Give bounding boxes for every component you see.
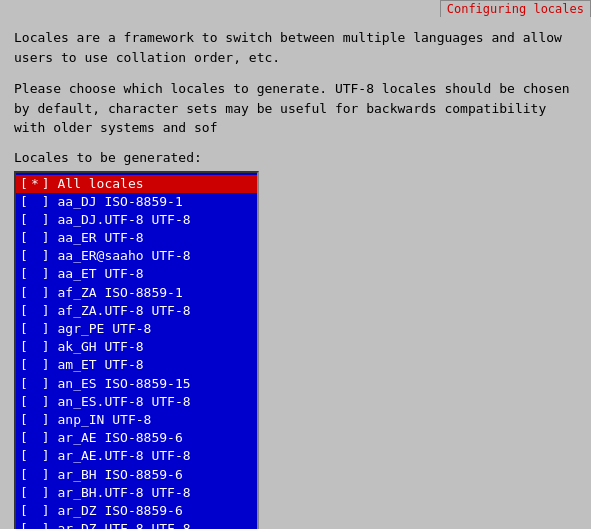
list-item[interactable]: [ ] ar_DZ.UTF-8 UTF-8 xyxy=(16,520,257,529)
list-item[interactable]: [ ] ar_DZ ISO-8859-6 xyxy=(16,502,257,520)
list-item[interactable]: [ ] af_ZA ISO-8859-1 xyxy=(16,284,257,302)
list-item[interactable]: [ ] aa_DJ.UTF-8 UTF-8 xyxy=(16,211,257,229)
list-item[interactable]: [ ] ar_AE ISO-8859-6 xyxy=(16,429,257,447)
list-item[interactable]: [ ] agr_PE UTF-8 xyxy=(16,320,257,338)
window: Configuring locales Locales are a framew… xyxy=(0,0,591,529)
list-item[interactable]: [ ] an_ES.UTF-8 UTF-8 xyxy=(16,393,257,411)
list-item[interactable]: [ ] ar_BH.UTF-8 UTF-8 xyxy=(16,484,257,502)
content-area: Locales are a framework to switch betwee… xyxy=(0,0,591,529)
list-item[interactable]: [ ] aa_ER@saaho UTF-8 xyxy=(16,247,257,265)
list-item[interactable]: [ ] anp_IN UTF-8 xyxy=(16,411,257,429)
locales-label: Locales to be generated: xyxy=(14,150,577,165)
list-item[interactable]: [ ] af_ZA.UTF-8 UTF-8 xyxy=(16,302,257,320)
list-item[interactable]: [ ] aa_ER UTF-8 xyxy=(16,229,257,247)
list-item[interactable]: [ ] an_ES ISO-8859-15 xyxy=(16,375,257,393)
choose-text: Please choose which locales to generate.… xyxy=(14,79,577,138)
list-item[interactable]: [ ] ak_GH UTF-8 xyxy=(16,338,257,356)
list-item[interactable]: [ ] am_ET UTF-8 xyxy=(16,356,257,374)
description-text: Locales are a framework to switch betwee… xyxy=(14,28,577,67)
list-item[interactable]: [ ] aa_ET UTF-8 xyxy=(16,265,257,283)
list-item[interactable]: [ ] ar_AE.UTF-8 UTF-8 xyxy=(16,447,257,465)
list-item[interactable]: [ ] ar_BH ISO-8859-6 xyxy=(16,466,257,484)
list-item[interactable]: [*] All locales xyxy=(16,175,257,193)
list-item[interactable]: [ ] aa_DJ ISO-8859-1 xyxy=(16,193,257,211)
locales-listbox[interactable]: [*] All locales[ ] aa_DJ ISO-8859-1[ ] a… xyxy=(14,171,259,530)
